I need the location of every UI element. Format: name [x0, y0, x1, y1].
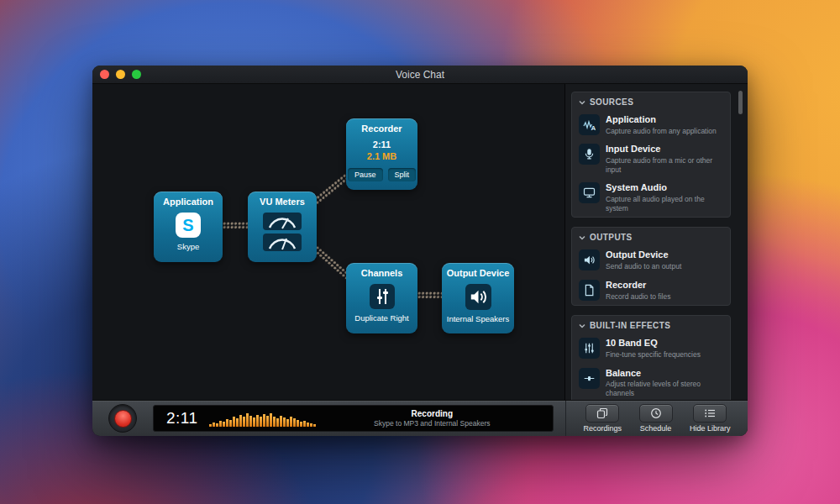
outputs-section-header[interactable]: OUTPUTS — [572, 228, 730, 245]
item-description: Capture audio from any application — [606, 127, 717, 136]
sidebar-item-output-device[interactable]: Output Device Send audio to an output — [572, 245, 730, 275]
item-title: Output Device — [606, 249, 681, 261]
recordings-icon — [585, 404, 619, 423]
recorder-block[interactable]: Recorder 2:11 2.1 MB Pause Split — [346, 118, 417, 190]
effects-section-header[interactable]: BUILT-IN EFFECTS — [572, 316, 730, 333]
block-title: Application — [163, 197, 213, 207]
window-title: Voice Chat — [92, 69, 748, 81]
sources-section-header[interactable]: SOURCES — [572, 92, 730, 110]
button-label: Recordings — [583, 424, 622, 433]
gauge-icon — [263, 213, 302, 230]
sidebar-section-sources: SOURCES A Application Capture audio from… — [571, 92, 731, 218]
section-label: SOURCES — [590, 97, 633, 107]
traffic-lights — [100, 66, 141, 83]
screen: Voice Chat Application S Skype VU Meters — [0, 0, 840, 504]
item-description: Record audio to files — [606, 292, 671, 302]
display-icon — [579, 182, 600, 203]
zoom-button[interactable] — [132, 70, 141, 79]
block-title: VU Meters — [260, 197, 305, 207]
vu-bars — [209, 410, 328, 427]
button-label: Schedule — [640, 424, 672, 433]
recorder-time: 2:11 — [373, 139, 391, 150]
block-title: Recorder — [361, 123, 402, 134]
vu-gauge-icons — [263, 213, 302, 251]
microphone-icon — [579, 144, 600, 165]
svg-text:A: A — [591, 124, 596, 132]
speaker-icon — [465, 284, 491, 310]
block-title: Channels — [361, 268, 403, 278]
item-description: Capture audio from a mic or other input — [606, 156, 723, 174]
item-title: 10 Band EQ — [606, 338, 701, 349]
sidebar-section-built-in-effects: BUILT-IN EFFECTS — [571, 315, 731, 400]
chevron-down-icon — [579, 323, 585, 329]
transport-bar: 2:11 Recording Skype to MP3 and Internal… — [92, 400, 748, 436]
item-description: Send audio to an output — [606, 262, 681, 271]
equalizer-icon — [579, 338, 600, 359]
item-title: Balance — [606, 368, 723, 380]
sidebar-scrollbar[interactable] — [738, 91, 743, 114]
recordings-button[interactable]: Recordings — [583, 404, 622, 433]
status-subtitle: Skype to MP3 and Internal Speakers — [328, 419, 536, 428]
sidebar-item-input-device[interactable]: Input Device Capture audio from a mic or… — [572, 139, 730, 178]
file-icon — [579, 280, 600, 301]
section-label: BUILT-IN EFFECTS — [590, 321, 670, 330]
application-source-icon: A — [579, 114, 600, 135]
channels-mode: Duplicate Right — [354, 313, 408, 323]
connection-application-vumeters — [223, 222, 248, 229]
skype-letter: S — [182, 217, 193, 234]
skype-icon: S — [176, 213, 201, 238]
library-sidebar: SOURCES A Application Capture audio from… — [564, 84, 748, 400]
close-button[interactable] — [100, 70, 109, 79]
chevron-down-icon — [579, 99, 585, 106]
schedule-button[interactable]: Schedule — [639, 404, 673, 433]
balance-slider-icon — [579, 368, 600, 389]
item-description: Capture all audio played on the system — [606, 195, 723, 213]
application-block[interactable]: Application S Skype — [154, 192, 223, 262]
sidebar-item-application[interactable]: A Application Capture audio from any app… — [572, 110, 730, 139]
sidebar-item-recorder[interactable]: Recorder Record audio to files — [572, 276, 730, 305]
list-icon — [693, 404, 727, 423]
sidebar-item-system-audio[interactable]: System Audio Capture all audio played on… — [572, 178, 730, 217]
status-display: 2:11 Recording Skype to MP3 and Internal… — [153, 405, 554, 432]
speaker-icon — [579, 249, 600, 270]
clock-icon — [639, 404, 673, 423]
item-description: Adjust relative levels of stereo channel… — [606, 380, 723, 397]
application-name: Skype — [177, 242, 199, 251]
sidebar-item-balance[interactable]: Balance Adjust relative levels of stereo… — [572, 364, 730, 401]
channels-sliders-icon — [370, 284, 395, 309]
elapsed-time: 2:11 — [154, 409, 209, 428]
bottom-toolbar: Recordings Schedule — [565, 401, 748, 436]
connection-channels-output — [417, 291, 442, 299]
output-device-name: Internal Speakers — [447, 314, 509, 323]
voice-chat-window: Voice Chat Application S Skype VU Meters — [92, 66, 748, 436]
section-label: OUTPUTS — [590, 233, 633, 242]
chevron-down-icon — [579, 234, 585, 241]
channels-block[interactable]: Channels Duplicate Right — [346, 263, 417, 333]
button-label: Hide Library — [690, 424, 731, 433]
pause-button[interactable]: Pause — [348, 168, 383, 181]
recorder-file-size: 2.1 MB — [367, 151, 396, 161]
vu-meters-block[interactable]: VU Meters — [248, 192, 317, 262]
pipeline-canvas[interactable]: Application S Skype VU Meters — [92, 84, 564, 400]
hide-library-button[interactable]: Hide Library — [690, 404, 731, 433]
block-title: Output Device — [447, 268, 510, 278]
gauge-icon — [263, 234, 302, 251]
item-title: Application — [606, 114, 717, 126]
item-title: Input Device — [606, 144, 723, 155]
item-description: Fine-tune specific frequencies — [606, 350, 701, 360]
item-title: Recorder — [606, 280, 671, 291]
minimize-button[interactable] — [116, 70, 125, 79]
record-button[interactable] — [108, 404, 137, 433]
output-device-block[interactable]: Output Device Internal Speakers — [442, 263, 514, 333]
title-bar[interactable]: Voice Chat — [92, 66, 748, 84]
item-title: System Audio — [606, 182, 723, 194]
sidebar-item-10-band-eq[interactable]: 10 Band EQ Fine-tune specific frequencie… — [572, 333, 730, 363]
sidebar-section-outputs: OUTPUTS Output Device Send aud — [571, 227, 731, 306]
record-button-dot — [114, 410, 132, 428]
split-button[interactable]: Split — [388, 168, 417, 181]
status-title: Recording — [328, 408, 536, 419]
